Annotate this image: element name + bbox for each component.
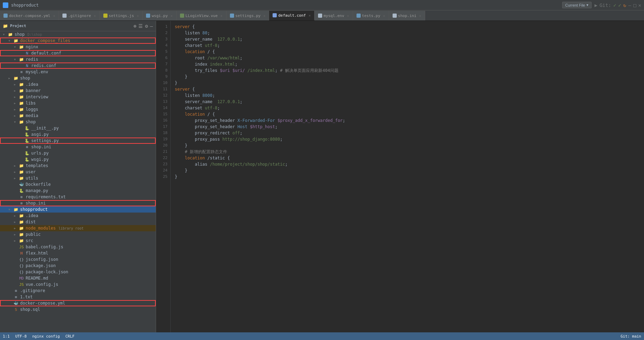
tree-item-gitignore[interactable]: ≡ .gitignore xyxy=(0,288,156,294)
line-numbers: 1 2 3 4 5 6 7 8 9 10 11 12 13 14 15 16 1… xyxy=(156,21,171,332)
tree-item-shop-inner[interactable]: ▼ 📁 shop xyxy=(0,119,156,125)
line-num-10: 10 xyxy=(156,80,170,86)
tree-item-asgi-py[interactable]: 🐍 asgi.py xyxy=(0,131,156,138)
folder-icon-dist: 📁 xyxy=(19,219,24,224)
tree-item-loggs[interactable]: ▶ 📁 loggs xyxy=(0,106,156,113)
tree-item-idea[interactable]: ▶ 📁 .idea xyxy=(0,81,156,88)
tree-item-urls-py[interactable]: 🐍 urls.py xyxy=(0,150,156,156)
tree-item-dockerfile[interactable]: 🐳 Dockerfile xyxy=(0,181,156,188)
tree-item-docker-compose-files[interactable]: ▼ 📁 docker_compose_files xyxy=(0,38,156,44)
current-file-button[interactable]: Current File ▾ xyxy=(562,2,592,8)
tree-item-redis-conf[interactable]: N redis.conf xyxy=(0,63,156,69)
tree-item-1txt[interactable]: ≡ 1.txt xyxy=(0,294,156,300)
tree-item-vue-config[interactable]: JS vue.config.js xyxy=(0,281,156,288)
tree-item-requirements[interactable]: ≡ requirements.txt xyxy=(0,194,156,200)
tree-item-init-py[interactable]: 🐍 __init__.py xyxy=(0,125,156,131)
git-icon: Git: xyxy=(600,2,611,8)
git-sync-icon[interactable]: ↻ xyxy=(623,2,626,8)
tree-item-public[interactable]: ▶ 📁 public xyxy=(0,231,156,238)
icon-package-lock: {} xyxy=(19,269,24,274)
tree-item-babel[interactable]: JS babel.config.js xyxy=(0,244,156,250)
close-tab-lloginview[interactable]: ✕ xyxy=(221,14,223,18)
minimize-icon[interactable]: — xyxy=(628,2,631,8)
tree-item-libs[interactable]: ▶ 📁 libs xyxy=(0,100,156,106)
close-icon[interactable]: ✕ xyxy=(638,2,641,8)
tab-default-conf[interactable]: default.conf ✕ xyxy=(269,11,315,20)
sidebar-settings-icon[interactable]: ⚙ xyxy=(145,23,148,29)
tree-item-media[interactable]: ▶ 📁 media xyxy=(0,113,156,119)
tree-item-jsconfig[interactable]: {} jsconfig.json xyxy=(0,256,156,263)
close-tab-wsgi[interactable]: ✕ xyxy=(171,14,173,18)
close-tab-settings-py[interactable]: ✕ xyxy=(263,14,265,18)
app-logo xyxy=(3,2,8,8)
close-tab-mysql-env[interactable]: ✕ xyxy=(347,14,349,18)
tree-item-node-modules[interactable]: ▶ 📁 node_modules library root xyxy=(0,225,156,231)
maximize-icon[interactable]: □ xyxy=(633,2,636,8)
sidebar-collapse-icon[interactable]: — xyxy=(150,23,153,29)
project-name: shopproduct xyxy=(11,3,38,8)
arrow-shopproduct: ▼ xyxy=(7,208,12,211)
close-tab-default-conf[interactable]: ✕ xyxy=(309,14,311,17)
status-bar: 1:1 UTF-8 nginx config CRLF Git: main xyxy=(0,332,644,340)
tree-item-shop-l1[interactable]: ▶ 📁 shop xyxy=(0,75,156,81)
tab-tests-py[interactable]: tests.py ✕ xyxy=(353,11,389,20)
folder-icon-idea-sp: 📁 xyxy=(19,213,24,218)
tree-item-shop-sql[interactable]: S shop.sql xyxy=(0,306,156,313)
tab-settings-py[interactable]: settings.py ✕ xyxy=(226,11,269,20)
tree-item-src[interactable]: ▶ 📁 src xyxy=(0,238,156,244)
label-babel: babel.config.js xyxy=(26,244,63,249)
close-tab-tests-py[interactable]: ✕ xyxy=(383,14,385,18)
tree-item-shop-ini-root[interactable]: ≡ shop.ini xyxy=(0,200,156,206)
tree-item-redis[interactable]: ▼ 📁 redis xyxy=(0,56,156,63)
tab-gitignore[interactable]: .gitignore ✕ xyxy=(59,11,100,20)
tree-item-idea-sp[interactable]: ▶ 📁 .idea xyxy=(0,213,156,219)
tree-item-dist[interactable]: ▶ 📁 dist xyxy=(0,219,156,225)
arrow-docker-compose-files: ▼ xyxy=(7,39,12,42)
tree-item-user[interactable]: ▶ 📁 user xyxy=(0,169,156,175)
close-tab-docker[interactable]: ✕ xyxy=(53,14,55,18)
tree-item-wsgi-py[interactable]: 🐍 wsgi.py xyxy=(0,156,156,163)
label-docker-compose-files: docker_compose_files xyxy=(20,38,70,43)
arrow-templates: ▶ xyxy=(12,164,17,167)
code-line-14: charset utf-8; xyxy=(175,105,644,111)
sidebar-sync-icon[interactable]: ⊕ xyxy=(134,23,136,29)
tab-wsgi[interactable]: wsgi.py ✕ xyxy=(143,11,176,20)
tree-item-templates[interactable]: ▶ 📁 templates xyxy=(0,163,156,169)
label-utils: utils xyxy=(26,176,38,181)
tab-settings-js[interactable]: settings.js ✕ xyxy=(100,11,143,20)
tab-shop-ini[interactable]: shop.ini ✕ xyxy=(389,11,425,20)
label-1txt: 1.txt xyxy=(20,295,33,299)
tree-item-package-json[interactable]: {} package.json xyxy=(0,263,156,269)
close-tab-settings-js[interactable]: ✕ xyxy=(137,14,139,18)
close-tab-gitignore[interactable]: ✕ xyxy=(94,14,96,18)
icon-flex-html: H xyxy=(19,251,24,256)
close-tab-shop-ini[interactable]: ✕ xyxy=(419,14,421,18)
icon-redis-conf: N xyxy=(24,63,30,68)
tree-item-banner[interactable]: ▶ 📁 banner xyxy=(0,88,156,94)
tree-item-package-lock[interactable]: {} package-lock.json xyxy=(0,269,156,275)
tree-item-default-conf[interactable]: N default.conf xyxy=(0,50,156,56)
tree-item-shop-ini-l3[interactable]: ≡ shop.ini xyxy=(0,144,156,150)
run-icon[interactable]: ▶ xyxy=(594,2,597,8)
tree-item-interview[interactable]: ▶ 📁 interview xyxy=(0,94,156,100)
shop-path: D:\shop xyxy=(27,33,42,36)
tree-item-readme[interactable]: MD README.md xyxy=(0,275,156,281)
label-asgi-py: asgi.py xyxy=(31,132,49,137)
tree-item-utils[interactable]: ▶ 📁 utils xyxy=(0,175,156,181)
code-editor[interactable]: server { listen 80; server_name 127.0.0.… xyxy=(171,21,644,332)
tab-lloginview[interactable]: LLoginView.vue ✕ xyxy=(177,11,226,20)
label-init-py: __init__.py xyxy=(31,126,59,131)
label-vue-config: vue.config.js xyxy=(26,282,58,287)
tab-mysql-env[interactable]: mysql.env ✕ xyxy=(315,11,353,20)
tree-item-docker-compose-yml[interactable]: 🐳 docker-compose.yml xyxy=(0,300,156,306)
tree-item-nginx[interactable]: ▼ 📁 nginx xyxy=(0,44,156,50)
tree-item-flex-html[interactable]: H flex.html xyxy=(0,250,156,256)
status-git: Git: main xyxy=(620,334,641,339)
tree-item-shopproduct[interactable]: ▼ 📁 shopproduct xyxy=(0,206,156,213)
tree-item-shop-root[interactable]: ▼ 📁 shop D:\shop xyxy=(0,31,156,38)
tab-docker-compose[interactable]: docker-compose.yml ✕ xyxy=(0,11,59,20)
tree-item-manage-py[interactable]: 🐍 manage.py xyxy=(0,188,156,194)
tree-item-mysql-env[interactable]: ≡ mysql.env xyxy=(0,69,156,75)
sidebar-expand-icon[interactable]: ☰ xyxy=(138,23,143,29)
tree-item-settings-py[interactable]: 🐍 settings.py xyxy=(0,138,156,144)
